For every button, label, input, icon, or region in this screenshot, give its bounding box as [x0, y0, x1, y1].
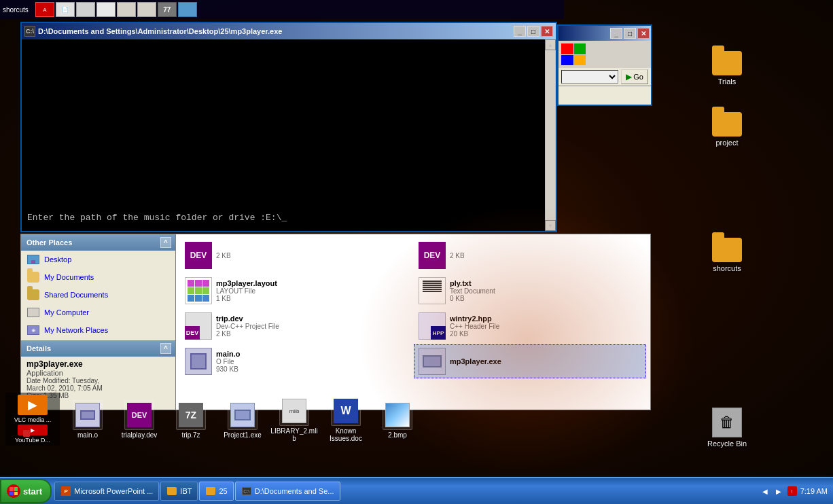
shortcut-icon-7[interactable]: 77 [158, 2, 177, 17]
sidebar-item-shared-documents[interactable]: Shared Documents [21, 286, 177, 304]
wintry2-info: wintry2.hpp C++ Header File 20 KB [450, 314, 499, 338]
file-item-main-o[interactable]: main.o O File 930 KB [180, 344, 412, 378]
shortcut-icon-8[interactable] [178, 2, 197, 17]
shortcuts-label: shorcuts [3, 6, 29, 14]
vlc-label-2: YouTube D... [15, 437, 50, 444]
trialplay-dev-label: trialplay.dev [122, 431, 158, 439]
small-explorer-close[interactable]: ✕ [637, 28, 650, 39]
small-explorer-max[interactable]: □ [624, 28, 636, 39]
details-collapse-button[interactable]: ^ [160, 343, 171, 354]
sidebar-item-desktop[interactable]: Desktop [21, 251, 177, 268]
cmd-task-label: D:\Documents and Se... [255, 487, 334, 495]
details-title: Details [26, 344, 51, 353]
layout-icon-container [185, 277, 212, 304]
library-mlib-shortcut-icon: mlib [279, 396, 309, 426]
shortcut-icon-6[interactable] [137, 2, 156, 17]
desktop-icon-recycle[interactable]: 🗑 Recycle Bin [700, 408, 754, 448]
sidebar-item-network-places[interactable]: ⊕ My Network Places [21, 321, 177, 339]
file-item-ply-txt[interactable]: ply.txt Text Document 0 KB [414, 274, 646, 308]
sidebar-my-computer-label: My Computer [44, 308, 89, 317]
main-o-small-icon [75, 403, 100, 427]
file-item-trip-dev[interactable]: DEV trip.dev Dev-C++ Project File 2 KB [180, 309, 412, 343]
youtube-icon: ▶ [18, 425, 48, 435]
shortcut-icon-2[interactable]: 📄 [56, 2, 75, 17]
cmd-maximize-button[interactable]: □ [527, 26, 539, 37]
file-item-wintry2[interactable]: HPP wintry2.hpp C++ Header File 20 KB [414, 309, 646, 343]
tray-arrow-left-icon: ◀ [760, 486, 770, 497]
trialplay-dev-icon: DEV [127, 403, 152, 427]
project1-exe-icon [230, 403, 255, 427]
trip-dev-size: 2 KB [216, 330, 279, 338]
scrollbar-track[interactable] [546, 50, 555, 220]
cmd-controls: _ □ ✕ [514, 26, 553, 37]
file-grid-container[interactable]: DEV 2 KB DEV 2 KB [176, 234, 650, 410]
details-filename: mp3player.exe [26, 359, 171, 369]
address-dropdown[interactable] [561, 70, 618, 84]
layout-info: mp3player.layout LAYOUT File 1 KB [216, 279, 277, 302]
main-o-size: 930 KB [216, 365, 240, 373]
cmd-task-icon: C:\ [241, 486, 252, 497]
scrollbar-up-button[interactable]: ▲ [545, 39, 556, 50]
windows-logo-icon [561, 43, 586, 65]
file-item-layout[interactable]: mp3player.layout LAYOUT File 1 KB [180, 274, 412, 308]
task-powerpoint[interactable]: P Microsoft PowerPoint ... [54, 482, 159, 501]
tray-arrow-right-icon: ▶ [773, 486, 784, 497]
task-ibt[interactable]: IBT [160, 482, 198, 501]
file-item-mp3player-exe[interactable]: mp3player.exe [414, 344, 646, 378]
desktop-icon-shorcuts[interactable]: shorcuts [700, 238, 754, 272]
trip-dev-name: trip.dev [216, 314, 279, 323]
desktop-icon-project[interactable]: project [700, 112, 754, 147]
known-issues-shortcut[interactable]: W Known Issues.doc [322, 396, 370, 442]
shorcuts-folder-icon [712, 238, 742, 262]
dev2-icon-container: DEV [419, 242, 446, 269]
wintry2-type: C++ Header File [450, 323, 499, 330]
cmd-minimize-button[interactable]: _ [514, 26, 526, 37]
details-header: Details ^ [21, 340, 177, 357]
shortcut-icon-3[interactable] [76, 2, 95, 17]
2-bmp-shortcut[interactable]: 2.bmp [374, 400, 421, 439]
tray-icons: ◀ ▶ ! [760, 486, 798, 497]
task-25[interactable]: 25 [199, 482, 233, 501]
file-item-dev2[interactable]: DEV 2 KB [414, 238, 646, 272]
trialplay-dev-shortcut[interactable]: DEV trialplay.dev [116, 400, 163, 439]
start-button[interactable]: start [0, 479, 52, 503]
ibt-task-label: IBT [180, 487, 192, 495]
layout-type: LAYOUT File [216, 287, 277, 295]
library-mlib-label: LIBRARY_2.mlib [270, 427, 318, 442]
file-item-dev1[interactable]: DEV 2 KB [180, 238, 412, 272]
dev1-icon: DEV [185, 242, 212, 269]
shortcut-icon-5[interactable] [117, 2, 136, 17]
trip-7z-shortcut-icon: 7Z [176, 400, 206, 430]
other-places-collapse-button[interactable]: ^ [160, 237, 171, 248]
go-button[interactable]: ▶ Go [621, 69, 648, 84]
task-cmd[interactable]: C:\ D:\Documents and Se... [235, 482, 340, 501]
main-o-shortcut[interactable]: main.o [64, 400, 111, 439]
tray-antivirus-icon: ! [787, 486, 798, 497]
cmd-scrollbar[interactable]: ▲ ▼ [545, 39, 556, 231]
recycle-bin-label: Recycle Bin [707, 439, 747, 448]
sidebar-item-my-documents[interactable]: My Documents [21, 268, 177, 286]
small-explorer-min[interactable]: _ [610, 28, 622, 39]
mp3player-exe-icon-container [419, 348, 446, 375]
library-mlib-shortcut[interactable]: mlib LIBRARY_2.mlib [270, 396, 318, 442]
wintry2-size: 20 KB [450, 330, 499, 338]
cmd-close-button[interactable]: ✕ [541, 26, 553, 37]
cmd-titlebar: C:\ D:\Documents and Settings\Administra… [22, 23, 556, 39]
scrollbar-down-button[interactable]: ▼ [545, 220, 556, 231]
shortcut-icon-4[interactable] [96, 2, 116, 17]
ply-type: Text Document [450, 287, 495, 295]
sidebar-desktop-label: Desktop [44, 255, 71, 264]
mp3player-exe-info: mp3player.exe [450, 357, 501, 365]
dev1-size: 2 KB [216, 252, 231, 259]
sidebar-item-my-computer[interactable]: My Computer [21, 304, 177, 321]
project1-exe-shortcut[interactable]: Project1.exe [219, 400, 266, 439]
shortcut-icon-1[interactable]: A [35, 2, 54, 17]
wintry2-icon: HPP [419, 312, 446, 340]
cmd-title-icon: C:\ [24, 26, 35, 37]
sidebar-shared-documents-label: Shared Documents [44, 291, 108, 299]
trip-7z-shortcut[interactable]: 7Z trip.7z [167, 400, 215, 439]
top-shortcuts-bar: shorcuts A 📄 77 [0, 0, 564, 19]
desktop-icon-trials[interactable]: Trials [700, 51, 754, 86]
vlc-media-shortcut[interactable]: ▶ VLC media ... ▶ YouTube D... [5, 393, 60, 446]
known-issues-doc-icon: W [334, 399, 358, 423]
